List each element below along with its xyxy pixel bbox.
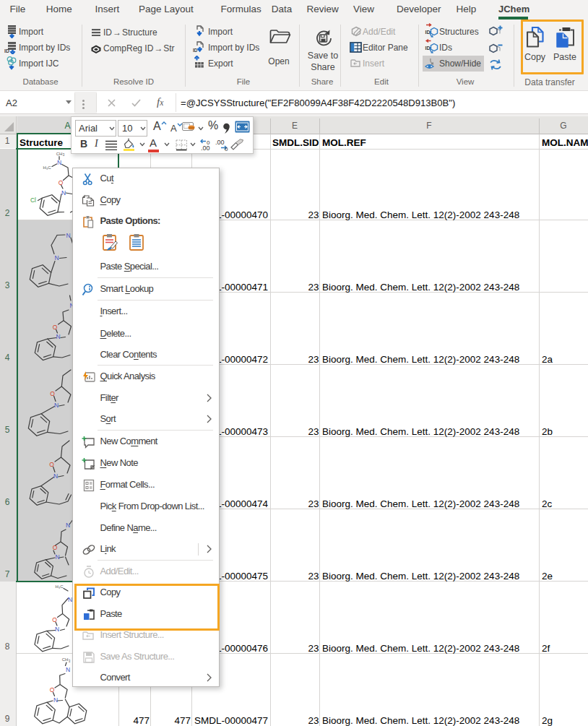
svg-text:0: 0 — [225, 146, 228, 151]
svg-text:O: O — [59, 179, 64, 186]
svg-text:ID: ID — [193, 48, 198, 53]
svg-text:N: N — [66, 232, 70, 239]
svg-text:N: N — [55, 553, 59, 561]
svg-text:.00: .00 — [201, 144, 210, 151]
svg-text:N: N — [66, 522, 70, 529]
svg-text:O: O — [53, 324, 58, 331]
svg-text:ID: ID — [425, 30, 431, 35]
svg-text:N: N — [53, 696, 58, 704]
svg-text:CH: CH — [56, 152, 63, 156]
svg-text:N: N — [55, 626, 59, 633]
svg-text:Cl: Cl — [30, 196, 36, 204]
svg-text:3: 3 — [69, 660, 71, 663]
svg-text:CH: CH — [62, 657, 69, 662]
svg-text:3: 3 — [63, 153, 65, 157]
svg-text:N: N — [54, 254, 59, 262]
svg-text:O: O — [52, 616, 57, 623]
svg-text:N: N — [56, 333, 60, 340]
svg-text:O: O — [50, 686, 55, 693]
svg-text:N: N — [54, 402, 59, 409]
svg-text:ID: ID — [425, 46, 431, 51]
svg-text:.00: .00 — [215, 139, 225, 146]
svg-text:N: N — [57, 159, 61, 166]
svg-text:O: O — [50, 390, 55, 397]
svg-text:ID: ID — [4, 48, 9, 53]
svg-text:N: N — [61, 189, 66, 196]
svg-text:N: N — [66, 666, 70, 673]
svg-text:H₃C: H₃C — [43, 165, 51, 170]
svg-text:H₃C: H₃C — [55, 584, 64, 589]
svg-text:N: N — [53, 472, 58, 480]
svg-text:O: O — [49, 461, 54, 468]
svg-text:O: O — [53, 544, 58, 551]
